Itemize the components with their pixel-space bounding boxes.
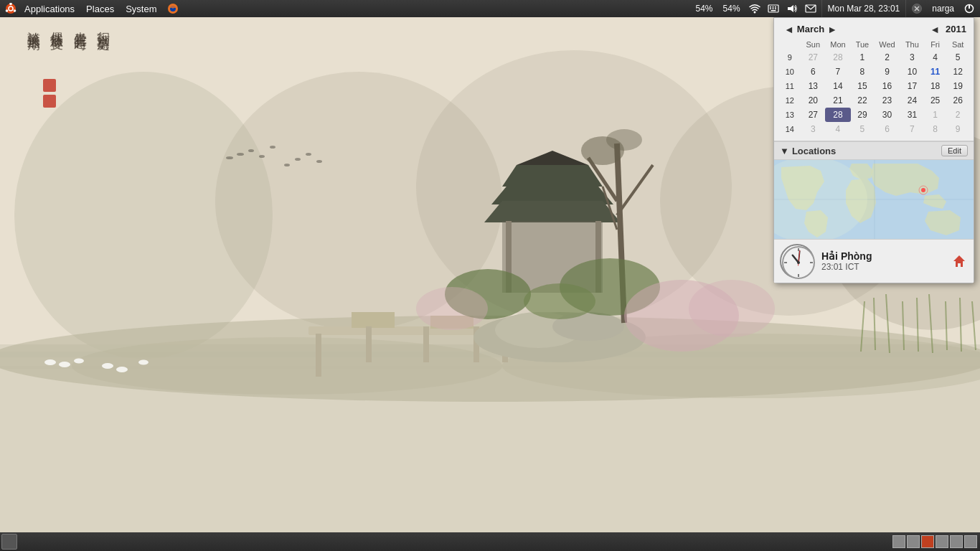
taskbar xyxy=(0,532,980,551)
places-menu[interactable]: Places xyxy=(80,0,120,17)
seal-stamp-1 xyxy=(43,79,56,92)
svg-point-53 xyxy=(74,359,84,364)
calendar-week-row: 106789101112 xyxy=(778,65,969,79)
calendar-day[interactable]: 26 xyxy=(946,93,969,108)
day-header-wed: Wed xyxy=(874,39,900,50)
calendar-day[interactable]: 16 xyxy=(874,79,900,93)
prev-year-btn[interactable]: ◄ xyxy=(927,24,943,34)
calendar-day[interactable]: 15 xyxy=(851,79,874,93)
top-panel: Applications Places System 54% 54% xyxy=(0,0,980,17)
calendar-day[interactable]: 9 xyxy=(874,65,900,79)
day-headers-row: SunMonTueWedThuFriSat xyxy=(778,39,969,50)
week-number: 12 xyxy=(778,93,801,108)
week-number: 13 xyxy=(778,108,801,122)
workspace-2[interactable] xyxy=(907,535,920,548)
svg-point-103 xyxy=(797,261,800,264)
calendar-day[interactable]: 28 xyxy=(825,108,851,122)
calendar-day[interactable]: 12 xyxy=(946,65,969,79)
battery2-indicator[interactable]: 54% xyxy=(720,0,744,17)
day-header-sun: Sun xyxy=(801,39,826,50)
calendar-day[interactable]: 30 xyxy=(874,108,900,122)
calendar-day[interactable]: 14 xyxy=(825,79,851,93)
calendar-section: ◄ March ► ◄ 2011 SunMonTueWedThuFriSat 9… xyxy=(774,18,974,141)
calendar-day[interactable]: 9 xyxy=(946,122,969,136)
firefox-icon[interactable] xyxy=(165,0,181,17)
calendar-day[interactable]: 8 xyxy=(924,122,947,136)
calendar-day[interactable]: 6 xyxy=(874,122,900,136)
day-header-thu: Thu xyxy=(900,39,924,50)
power-icon[interactable] xyxy=(961,0,977,17)
calendar-week-row: 143456789 xyxy=(778,122,969,136)
svg-point-49 xyxy=(306,153,311,156)
calendar-day[interactable]: 17 xyxy=(900,79,924,93)
calendar-day[interactable]: 29 xyxy=(851,108,874,122)
applications-menu[interactable]: Applications xyxy=(19,0,80,17)
svg-rect-16 xyxy=(366,326,372,362)
svg-rect-17 xyxy=(423,326,429,362)
calendar-day[interactable]: 31 xyxy=(900,108,924,122)
calendar-day[interactable]: 21 xyxy=(825,93,851,108)
set-home-city-btn[interactable] xyxy=(951,253,968,270)
calendar-day[interactable]: 7 xyxy=(825,65,851,79)
calendar-day[interactable]: 24 xyxy=(900,93,924,108)
calendar-day[interactable]: 22 xyxy=(851,93,874,108)
edit-locations-btn[interactable]: Edit xyxy=(941,145,968,156)
calendar-day[interactable]: 27 xyxy=(801,50,826,65)
calendar-day[interactable]: 4 xyxy=(825,122,851,136)
workspace-6[interactable] xyxy=(964,535,977,548)
city-info: Hải Phòng 23:01 ICT xyxy=(821,250,943,272)
volume-icon[interactable] xyxy=(784,0,800,17)
svg-rect-80 xyxy=(775,9,776,10)
battery1-indicator[interactable]: 54% xyxy=(692,0,717,17)
day-header-sat: Sat xyxy=(946,39,969,50)
calendar-day[interactable]: 20 xyxy=(801,93,826,108)
taskbar-show-desktop-btn[interactable] xyxy=(1,534,17,550)
workspace-5[interactable] xyxy=(950,535,963,548)
calendar-day[interactable]: 11 xyxy=(924,65,947,79)
calendar-day[interactable]: 1 xyxy=(851,50,874,65)
workspace-1[interactable] xyxy=(892,535,905,548)
svg-point-41 xyxy=(416,287,488,330)
calendar-day[interactable]: 2 xyxy=(874,50,900,65)
city-time: 23:01 ICT xyxy=(821,262,943,272)
workspace-4[interactable] xyxy=(936,535,948,548)
svg-point-40 xyxy=(689,280,775,337)
calendar-day[interactable]: 2 xyxy=(946,108,969,122)
locations-label: Locations xyxy=(792,146,836,156)
keyboard-icon[interactable] xyxy=(765,0,781,17)
prev-month-btn[interactable]: ◄ xyxy=(781,24,797,34)
calendar-day[interactable]: 1 xyxy=(924,108,947,122)
svg-point-10 xyxy=(72,337,502,395)
next-month-btn[interactable]: ► xyxy=(824,24,840,34)
calendar-day[interactable]: 7 xyxy=(900,122,924,136)
svg-point-43 xyxy=(237,153,244,156)
svg-rect-77 xyxy=(775,6,776,8)
svg-rect-81 xyxy=(771,10,776,11)
locations-title[interactable]: ▼ Locations xyxy=(780,146,836,156)
network-manager-icon[interactable] xyxy=(747,0,763,17)
calendar-day[interactable]: 10 xyxy=(900,65,924,79)
calendar-week-row: 1220212223242526 xyxy=(778,93,969,108)
panel-close-icon[interactable] xyxy=(909,0,925,17)
clock-applet[interactable]: Mon Mar 28, 23:01 xyxy=(821,0,907,17)
calendar-day[interactable]: 3 xyxy=(801,122,826,136)
calendar-day[interactable]: 13 xyxy=(801,79,826,93)
calendar-day[interactable]: 6 xyxy=(801,65,826,79)
calendar-day[interactable]: 3 xyxy=(900,50,924,65)
calendar-day[interactable]: 25 xyxy=(924,93,947,108)
calendar-day[interactable]: 19 xyxy=(946,79,969,93)
calendar-day[interactable]: 23 xyxy=(874,93,900,108)
workspace-3[interactable] xyxy=(921,535,934,548)
user-menu[interactable]: narga xyxy=(928,0,958,17)
calendar-day[interactable]: 5 xyxy=(946,50,969,65)
calendar-day[interactable]: 18 xyxy=(924,79,947,93)
ubuntu-logo-icon[interactable] xyxy=(3,1,19,17)
calendar-day[interactable]: 5 xyxy=(851,122,874,136)
system-menu[interactable]: System xyxy=(120,0,162,17)
calendar-day[interactable]: 4 xyxy=(924,50,947,65)
calendar-day[interactable]: 28 xyxy=(825,50,851,65)
calendar-day[interactable]: 27 xyxy=(801,108,826,122)
email-icon[interactable] xyxy=(803,0,819,17)
svg-marker-104 xyxy=(953,255,965,267)
calendar-day[interactable]: 8 xyxy=(851,65,874,79)
